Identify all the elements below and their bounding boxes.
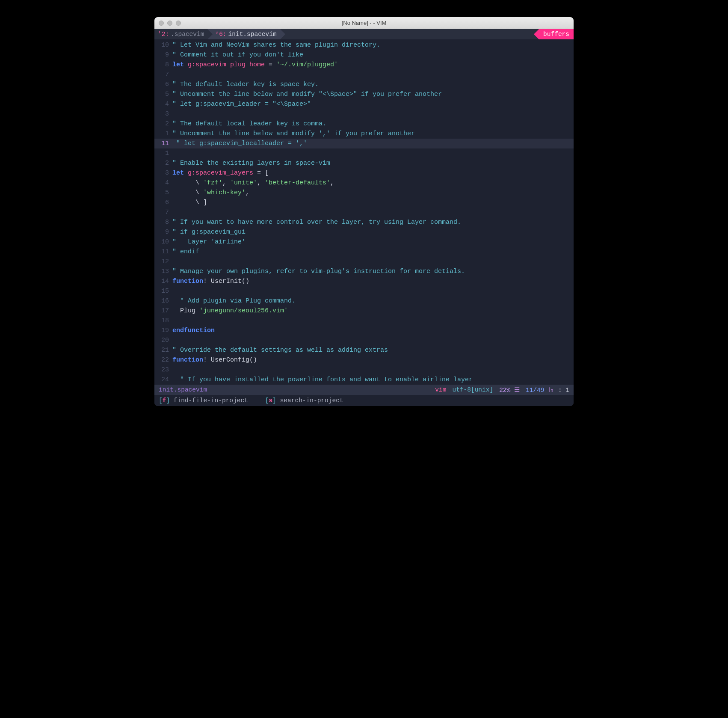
- code-line: " Comment it out if you don't like: [172, 50, 574, 60]
- line-number: 13: [154, 267, 172, 276]
- buffers-indicator[interactable]: buffers: [539, 29, 574, 39]
- line-number: 11: [154, 139, 172, 148]
- line-number: 19: [154, 326, 172, 335]
- line-number: 23: [154, 365, 172, 375]
- code-line: [172, 365, 574, 375]
- status-percent: 22% ☰: [499, 386, 520, 394]
- code-line: [172, 316, 574, 326]
- code-line: let g:spacevim_plug_home = '~/.vim/plugg…: [172, 60, 574, 70]
- code-line: " let g:spacevim_localleader = ',': [172, 139, 574, 148]
- code-line: [172, 335, 574, 345]
- code-line: [172, 257, 574, 267]
- code-line: " Override the default settings as well …: [172, 345, 574, 355]
- code-line: Plug 'junegunn/seoul256.vim': [172, 306, 574, 316]
- code-line: " Enable the existing layers in space-vi…: [172, 158, 574, 168]
- tab-separator-icon: [280, 29, 285, 39]
- line-number: 1: [154, 148, 172, 158]
- tab-separator-icon: [207, 29, 213, 39]
- line-number: 20: [154, 335, 172, 345]
- code-line: \ 'fzf', 'unite', 'better-defaults',: [172, 178, 574, 188]
- editor-viewport[interactable]: 10" Let Vim and NeoVim shares the same p…: [154, 39, 574, 385]
- statusline: init.spacevim vim utf-8[unix] 22% ☰ 11/4…: [154, 385, 574, 395]
- code-line: \ ]: [172, 198, 574, 208]
- code-line: [172, 109, 574, 119]
- buffers-label: buffers: [543, 31, 569, 38]
- line-number: 7: [154, 208, 172, 217]
- line-number: 16: [154, 296, 172, 306]
- line-number: 5: [154, 188, 172, 198]
- line-number: 10: [154, 40, 172, 50]
- code-line: " Manage your own plugins, refer to vim-…: [172, 267, 574, 276]
- code-line: " Uncomment the line below and modify ',…: [172, 129, 574, 139]
- code-line: " if g:spacevim_gui: [172, 227, 574, 237]
- tabline: '2: .spacevim ²6: init.spacevim buffers: [154, 29, 574, 39]
- tab-index: '2:: [158, 31, 169, 38]
- line-number: 11: [154, 247, 172, 257]
- line-number: 18: [154, 316, 172, 326]
- line-number: 12: [154, 257, 172, 267]
- leader-guide: [f] find-file-in-project [s] search-in-p…: [154, 395, 574, 406]
- code-line: " The default leader key is space key.: [172, 80, 574, 89]
- line-number: 5: [154, 89, 172, 99]
- leader-find-file[interactable]: [f] find-file-in-project: [159, 397, 248, 404]
- line-number: 21: [154, 345, 172, 355]
- code-line: endfunction: [172, 326, 574, 335]
- line-number: 4: [154, 99, 172, 109]
- status-position: 11/49 ㏑ : 1: [526, 386, 569, 394]
- tab-label: .spacevim: [171, 31, 204, 38]
- line-number: 3: [154, 168, 172, 178]
- line-number: 8: [154, 217, 172, 227]
- line-number: 24: [154, 375, 172, 385]
- line-number: 4: [154, 178, 172, 188]
- code-line: " The default local leader key is comma.: [172, 119, 574, 129]
- line-number: 6: [154, 80, 172, 89]
- titlebar[interactable]: [No Name] - - VIM: [154, 17, 574, 29]
- code-line: " Let Vim and NeoVim shares the same plu…: [172, 40, 574, 50]
- tab-spacevim[interactable]: '2: .spacevim: [154, 29, 207, 39]
- code-line: [172, 148, 574, 158]
- code-line: let g:spacevim_layers = [: [172, 168, 574, 178]
- status-filetype: vim: [435, 386, 446, 393]
- line-number: 10: [154, 237, 172, 247]
- line-number: 9: [154, 227, 172, 237]
- line-number: 22: [154, 355, 172, 365]
- code-line: " If you want to have more control over …: [172, 217, 574, 227]
- code-line: " endif: [172, 247, 574, 257]
- line-number: 15: [154, 286, 172, 296]
- line-number: 9: [154, 50, 172, 60]
- code-line: " let g:spacevim_leader = "<\Space>": [172, 99, 574, 109]
- app-window: [No Name] - - VIM '2: .spacevim ²6: init…: [154, 17, 574, 406]
- code-line: [172, 208, 574, 217]
- code-line: " Add plugin via Plug command.: [172, 296, 574, 306]
- code-line: function! UserConfig(): [172, 355, 574, 365]
- line-number: 3: [154, 109, 172, 119]
- tab-label: init.spacevim: [228, 31, 277, 38]
- code-line: \ 'which-key',: [172, 188, 574, 198]
- status-encoding: utf-8[unix]: [452, 386, 493, 393]
- code-line: [172, 286, 574, 296]
- code-line: " If you have installed the powerline fo…: [172, 375, 574, 385]
- line-number: 17: [154, 306, 172, 316]
- tab-index: ²6:: [215, 31, 226, 38]
- line-number: 8: [154, 60, 172, 70]
- line-number: 14: [154, 276, 172, 286]
- line-number: 2: [154, 158, 172, 168]
- line-number: 1: [154, 129, 172, 139]
- window-title: [No Name] - - VIM: [154, 20, 574, 26]
- leader-search[interactable]: [s] search-in-project: [265, 397, 343, 404]
- status-filename: init.spacevim: [159, 386, 207, 393]
- code-line: " Uncomment the line below and modify "<…: [172, 89, 574, 99]
- code-line: " Layer 'airline': [172, 237, 574, 247]
- code-line: [172, 70, 574, 80]
- line-number: 7: [154, 70, 172, 80]
- line-number: 6: [154, 198, 172, 208]
- line-number: 2: [154, 119, 172, 129]
- tab-init-spacevim[interactable]: ²6: init.spacevim: [207, 29, 280, 39]
- code-line: function! UserInit(): [172, 276, 574, 286]
